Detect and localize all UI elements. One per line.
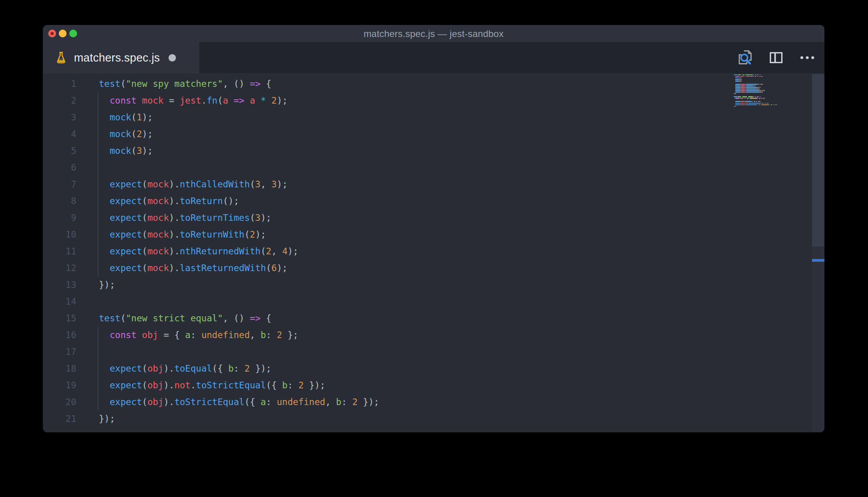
line-number[interactable]: 21 — [43, 411, 76, 427]
line-number[interactable]: 4 — [43, 126, 76, 143]
code-line[interactable]: 1test("new spy matchers", () => { — [43, 76, 743, 92]
code-line[interactable]: 15test("new strict equal", () => { — [43, 310, 743, 327]
code-text: const mock = jest.fn(a => a * 2); — [76, 92, 288, 109]
code-text: expect(mock).lastReturnedWith(6); — [76, 260, 288, 277]
indent-guide — [98, 143, 98, 159]
indent-guide — [98, 226, 98, 243]
minimap[interactable] — [732, 74, 785, 107]
indent-guide — [98, 193, 98, 210]
line-number[interactable]: 12 — [43, 260, 76, 277]
code-line[interactable]: 7expect(mock).nthCalledWith(3, 3); — [43, 176, 743, 193]
tab-matchers-spec[interactable]: matchers.spec.js — [43, 42, 199, 73]
code-text: expect(mock).toReturn(); — [76, 193, 239, 210]
line-number[interactable]: 19 — [43, 377, 76, 394]
search-editor-button[interactable] — [736, 48, 754, 67]
line-number[interactable]: 8 — [43, 193, 76, 210]
ellipsis-icon — [799, 50, 816, 65]
code-text — [76, 344, 110, 360]
file-search-icon — [736, 49, 754, 67]
indent-guide — [98, 92, 98, 109]
code-text: expect(mock).toReturnTimes(3); — [76, 210, 271, 226]
line-number[interactable]: 9 — [43, 210, 76, 226]
code-line[interactable]: 9expect(mock).toReturnTimes(3); — [43, 210, 743, 226]
indent-guide — [98, 394, 98, 411]
line-number[interactable]: 1 — [43, 76, 76, 92]
code-line[interactable]: 17 — [43, 344, 743, 360]
more-actions-button[interactable] — [799, 48, 816, 67]
indent-guide — [98, 327, 98, 344]
minimap-line — [732, 106, 785, 107]
code-line[interactable]: 20expect(obj).toStrictEqual({ a: undefin… — [43, 394, 743, 411]
code-line[interactable]: 5mock(3); — [43, 143, 743, 159]
code-text: mock(3); — [76, 143, 153, 159]
code-line[interactable]: 10expect(mock).toReturnWith(2); — [43, 226, 743, 243]
line-number[interactable]: 6 — [43, 159, 76, 176]
indent-guide — [98, 360, 98, 377]
line-number[interactable]: 3 — [43, 109, 76, 126]
code-line[interactable]: 11expect(mock).nthReturnedWith(2, 4); — [43, 243, 743, 260]
indent-guide — [98, 109, 98, 126]
code-line[interactable]: 18expect(obj).toEqual({ b: 2 }); — [43, 360, 743, 377]
line-number[interactable]: 16 — [43, 327, 76, 344]
code-text: expect(obj).not.toStrictEqual({ b: 2 }); — [76, 377, 325, 394]
flask-test-icon — [55, 51, 67, 64]
indent-guide — [98, 344, 98, 360]
code-line[interactable]: 21}); — [43, 411, 743, 427]
code-text: test("new spy matchers", () => { — [76, 76, 271, 92]
line-number[interactable]: 15 — [43, 310, 76, 327]
code-text: mock(2); — [76, 126, 153, 143]
line-number[interactable]: 20 — [43, 394, 76, 411]
code-text: expect(mock).nthReturnedWith(2, 4); — [76, 243, 298, 260]
tab-label: matchers.spec.js — [74, 51, 160, 64]
overview-ruler-marker — [812, 259, 824, 262]
line-number[interactable]: 18 — [43, 360, 76, 377]
code-line[interactable]: 14 — [43, 293, 743, 310]
indent-guide — [98, 377, 98, 394]
code-line[interactable]: 4mock(2); — [43, 126, 743, 143]
code-text: mock(1); — [76, 109, 153, 126]
code-text: expect(obj).toEqual({ b: 2 }); — [76, 360, 271, 377]
code-text — [76, 159, 110, 176]
line-number[interactable]: 17 — [43, 344, 76, 360]
code-text — [76, 293, 99, 310]
code-lines: 1test("new spy matchers", () => {2const … — [43, 76, 743, 427]
code-text: test("new strict equal", () => { — [76, 310, 271, 327]
line-number[interactable]: 2 — [43, 92, 76, 109]
indent-guide — [98, 176, 98, 193]
code-text: expect(obj).toStrictEqual({ a: undefined… — [76, 394, 379, 411]
app-window: matchers.spec.js — jest-sandbox matchers… — [43, 25, 824, 432]
line-number[interactable]: 11 — [43, 243, 76, 260]
code-text: const obj = { a: undefined, b: 2 }; — [76, 327, 298, 344]
window-title: matchers.spec.js — jest-sandbox — [43, 25, 824, 42]
editor-pane: 1test("new spy matchers", () => {2const … — [43, 73, 824, 432]
line-number[interactable]: 13 — [43, 277, 76, 293]
indent-guide — [98, 210, 98, 226]
modified-indicator[interactable] — [169, 54, 176, 62]
line-number[interactable]: 7 — [43, 176, 76, 193]
scrollbar-thumb[interactable] — [812, 74, 824, 247]
code-line[interactable]: 16const obj = { a: undefined, b: 2 }; — [43, 327, 743, 344]
editor-actions — [736, 42, 816, 73]
code-line[interactable]: 3mock(1); — [43, 109, 743, 126]
line-number[interactable]: 10 — [43, 226, 76, 243]
code-text: }); — [76, 411, 115, 427]
titlebar: matchers.spec.js — jest-sandbox — [43, 25, 824, 42]
code-line[interactable]: 12expect(mock).lastReturnedWith(6); — [43, 260, 743, 277]
tab-bar: matchers.spec.js — [43, 42, 824, 73]
indent-guide — [98, 260, 98, 277]
code-line[interactable]: 2const mock = jest.fn(a => a * 2); — [43, 92, 743, 109]
indent-guide — [98, 159, 98, 176]
scrollbar-track[interactable] — [812, 73, 824, 432]
indent-guide — [98, 126, 98, 143]
indent-guide — [98, 243, 98, 260]
code-text: }); — [76, 277, 115, 293]
split-editor-icon — [768, 50, 784, 65]
code-line[interactable]: 6 — [43, 159, 743, 176]
code-line[interactable]: 8expect(mock).toReturn(); — [43, 193, 743, 210]
line-number[interactable]: 5 — [43, 143, 76, 159]
line-number[interactable]: 14 — [43, 293, 76, 310]
code-line[interactable]: 19expect(obj).not.toStrictEqual({ b: 2 }… — [43, 377, 743, 394]
code-text: expect(mock).nthCalledWith(3, 3); — [76, 176, 288, 193]
code-line[interactable]: 13}); — [43, 277, 743, 293]
split-editor-button[interactable] — [768, 48, 785, 67]
